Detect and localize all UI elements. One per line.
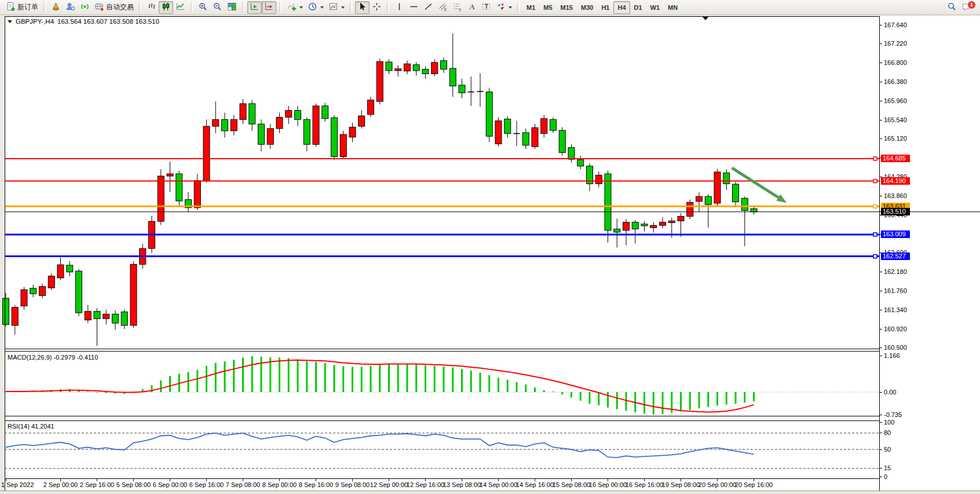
candle-body (276, 117, 283, 129)
period-button-W1[interactable]: W1 (646, 1, 664, 14)
zoom-out-button[interactable] (210, 1, 225, 14)
macd-tick-label: 0.00 (884, 389, 896, 396)
trendline-button[interactable] (421, 1, 436, 14)
candle-body (723, 173, 730, 184)
candle-body (203, 126, 210, 181)
macd-tick-label: 1.166 (884, 352, 900, 359)
text-label-button[interactable]: T (479, 1, 493, 14)
templates-button[interactable] (326, 1, 347, 14)
bar-chart-button[interactable] (144, 1, 159, 14)
rsi-tick-label: 15 (884, 464, 891, 471)
candles-layer (3, 34, 758, 346)
svg-text:T: T (485, 3, 488, 10)
macd-tick-label: -0.735 (884, 411, 902, 418)
chart-shift-icon (264, 2, 274, 13)
hline-handle[interactable] (873, 157, 877, 160)
candle-body (76, 271, 82, 313)
period-button-M15[interactable]: M15 (557, 1, 577, 14)
svg-text:F: F (459, 8, 462, 12)
cursor-button[interactable] (355, 1, 370, 14)
fibonacci-button[interactable]: F (450, 1, 465, 14)
candle-body (550, 119, 557, 130)
hline-handle[interactable] (873, 255, 877, 258)
vertical-line-button[interactable] (392, 1, 407, 14)
channel-button[interactable]: E (436, 1, 450, 14)
chart-canvas[interactable] (0, 0, 980, 494)
tile-windows-button[interactable] (225, 1, 239, 14)
autotrade-label: 自动交易 (106, 2, 134, 12)
candle-body (85, 312, 91, 320)
autotrade-button[interactable]: 自动交易 (92, 1, 136, 14)
indicators-button[interactable] (284, 1, 305, 14)
hline-handle[interactable] (873, 233, 877, 236)
candle-body (577, 160, 584, 166)
line-chart-button[interactable] (173, 1, 188, 14)
time-axis-label: 16 Sep 16:00 (626, 481, 663, 488)
profile-button[interactable] (63, 1, 78, 14)
horizontal-line-button[interactable] (407, 1, 421, 14)
period-button-MN[interactable]: MN (664, 1, 682, 14)
svg-text:E: E (444, 8, 447, 12)
hline-handle[interactable] (873, 180, 877, 183)
search-button[interactable] (945, 1, 959, 14)
signal-icon (80, 2, 90, 13)
period-button-M5[interactable]: M5 (539, 1, 556, 14)
candle-body (541, 119, 547, 134)
price-badge-164.190: 164.190 (881, 177, 910, 185)
candle-body (368, 100, 374, 115)
period-button-H1[interactable]: H1 (597, 1, 613, 14)
time-axis-label: 19 Sep 08:00 (662, 481, 700, 488)
time-axis-label: 12 Sep 16:00 (407, 481, 444, 488)
new-order-button[interactable]: 新订单 (3, 1, 41, 14)
autoscroll-button[interactable] (247, 1, 262, 14)
price-tick-label: 163.860 (884, 192, 907, 199)
time-axis-label: 20 Sep 00:00 (699, 481, 736, 488)
candle-body (267, 129, 273, 144)
timeframes-clock-button[interactable] (305, 1, 326, 14)
candle-body (349, 127, 356, 137)
candle-body (605, 174, 611, 230)
crosshair-button[interactable] (370, 1, 384, 14)
candle-body (404, 64, 411, 71)
price-tick-label: 160.500 (884, 344, 907, 351)
chart-shift-marker[interactable] (702, 16, 709, 20)
chart-shift-button[interactable] (262, 1, 276, 14)
candle-body (295, 111, 301, 120)
candle-body (660, 222, 666, 225)
chevron-down-icon (341, 6, 345, 9)
time-axis-label: 8 Sep 00:00 (262, 481, 297, 488)
zoom-in-icon (198, 2, 208, 13)
news-button[interactable] (78, 1, 92, 14)
autotrade-icon (94, 2, 104, 13)
tile-windows-icon (227, 2, 237, 13)
symbol-dropdown-icon[interactable] (8, 20, 12, 23)
hline-handle[interactable] (873, 204, 877, 208)
new-order-icon (6, 2, 16, 13)
bar-chart-icon (147, 2, 156, 13)
autoscroll-icon (250, 2, 259, 13)
chat-button[interactable]: 1 (959, 1, 974, 14)
arrows-button[interactable] (493, 1, 514, 14)
period-button-H4[interactable]: H4 (613, 1, 630, 14)
candlestick-chart-button[interactable] (159, 1, 173, 14)
chevron-down-icon (299, 6, 303, 9)
zoom-in-button[interactable] (196, 1, 210, 14)
candle-body (751, 208, 757, 211)
rsi-tick-label: 0 (884, 473, 887, 480)
candle-body (641, 224, 648, 226)
candle-body (167, 174, 173, 176)
market-watch-button[interactable] (49, 1, 63, 14)
period-button-M1[interactable]: M1 (522, 1, 539, 14)
candle-body (714, 172, 721, 203)
price-badge-164.685: 164.685 (881, 155, 910, 162)
text-button[interactable]: A (465, 1, 479, 14)
period-button-D1[interactable]: D1 (630, 1, 646, 14)
chart-symbol-label[interactable]: GBPJPY-,H4 163.564 163.607 163.508 163.5… (8, 18, 159, 25)
candle-body (3, 298, 9, 324)
price-badge-162.527: 162.527 (881, 253, 910, 260)
rsi-line (6, 433, 754, 458)
period-button-M30[interactable]: M30 (577, 1, 597, 14)
candle-body (313, 106, 319, 144)
indicators-icon (287, 2, 297, 13)
candle-body (733, 184, 739, 202)
